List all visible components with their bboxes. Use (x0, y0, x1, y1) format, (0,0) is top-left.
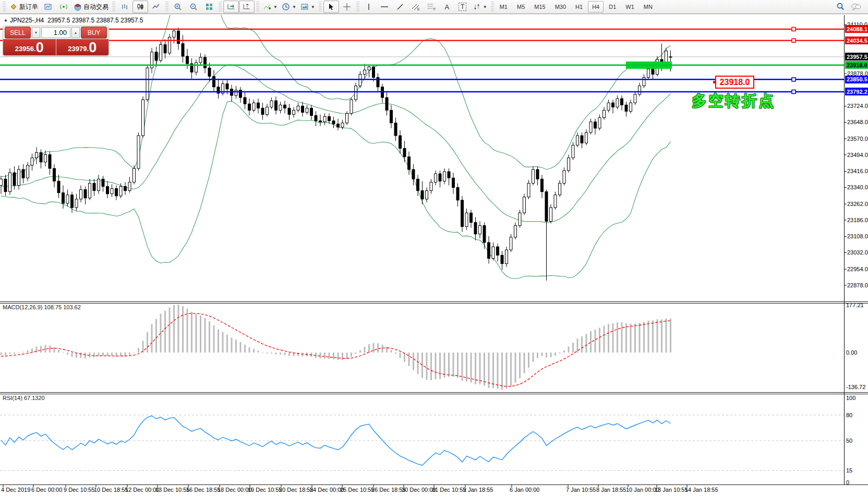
buy-button[interactable]: BUY (81, 27, 107, 39)
date-label: 12 Dec 00:00 (125, 487, 159, 493)
volume-decrease-button[interactable]: ▼ (32, 27, 40, 38)
toolbar-grip[interactable] (256, 2, 259, 12)
tab-timeframe-w1[interactable]: W1 (621, 1, 638, 13)
tab-timeframe-h1[interactable]: H1 (571, 1, 587, 13)
search-button[interactable] (833, 1, 848, 13)
templates-button[interactable]: ▼ (298, 1, 317, 13)
market-watch-button[interactable] (40, 1, 56, 13)
chat-button[interactable] (848, 1, 864, 13)
auto-scroll-button[interactable] (223, 1, 239, 13)
chart-shift-icon (243, 3, 251, 11)
tile-windows-button[interactable] (201, 1, 217, 13)
toolbar-grip[interactable] (219, 2, 222, 12)
crosshair-icon (343, 3, 351, 11)
arrows-button[interactable]: ▼ (471, 1, 489, 13)
chart-shift-button[interactable] (239, 1, 255, 13)
toolbar-grip[interactable] (165, 2, 168, 12)
tab-timeframe-m15[interactable]: M15 (530, 1, 549, 13)
date-label: 13 Jan 10:55 (655, 487, 688, 493)
volume-increase-button[interactable]: ▲ (71, 27, 80, 38)
hline-handle-icon[interactable] (792, 78, 795, 81)
main-pane[interactable] (0, 15, 844, 281)
date-label: 26 Dec 18:55 (371, 487, 405, 493)
crosshair-button[interactable] (339, 1, 355, 13)
price-axis-tick-label: 23570.0 (847, 136, 868, 142)
price-axis-tick-label: 23340.0 (847, 184, 868, 191)
toolbar-grip[interactable] (356, 2, 359, 12)
indicators-button[interactable]: ▼ (261, 1, 280, 13)
market-watch-icon (44, 3, 52, 11)
date-label: 6 Dec 00:00 (31, 487, 62, 493)
autotrading-button[interactable]: 自动交易 (71, 1, 111, 13)
chart-symbol-period: JPN225-,H4 (10, 17, 44, 24)
terminal-window: 新订单 自动交易 (0, 0, 868, 497)
horizontal-line-button[interactable] (377, 1, 392, 13)
candlestick-chart-icon (136, 3, 144, 11)
price-axis-tick-label: 23494.0 (847, 152, 868, 159)
price-axis-tick-label: 23416.0 (847, 168, 868, 175)
vertical-line-icon (365, 3, 372, 11)
price-axis-tick-label: 23262.0 (847, 201, 868, 208)
text-label-icon: T (459, 3, 466, 11)
tile-windows-icon (205, 3, 213, 11)
date-label: 13 Dec 10:55 (155, 487, 189, 493)
price-axis-tick-label: 23186.0 (847, 217, 868, 224)
sell-price[interactable]: 23956.0 (3, 39, 56, 55)
price-axis-tick-label: 23032.0 (847, 249, 868, 256)
search-icon (836, 2, 845, 11)
tab-timeframe-d1[interactable]: D1 (605, 1, 620, 13)
fibonacci-button[interactable]: F (424, 1, 439, 13)
macd-pane[interactable] (1, 305, 672, 390)
line-handle-icon[interactable] (713, 81, 716, 83)
text-button[interactable]: A (439, 1, 455, 13)
rsi-pane[interactable] (0, 415, 844, 471)
volume-input[interactable]: 1.00 (41, 27, 70, 38)
new-order-button[interactable]: 新订单 (7, 1, 40, 13)
hline-handle-icon[interactable] (792, 90, 795, 93)
tab-timeframe-m5[interactable]: M5 (513, 1, 529, 13)
price-line-label-box[interactable]: 23918.0 (715, 76, 754, 89)
dropdown-arrow-icon: ▼ (311, 5, 315, 9)
zoom-in-button[interactable] (170, 1, 186, 13)
rsi-axis-label: 100 (846, 395, 855, 401)
new-order-label: 新订单 (19, 3, 38, 11)
sell-button[interactable]: SELL (5, 27, 31, 39)
line-chart-button[interactable] (148, 1, 164, 13)
price-axis-badge: 23957.5 (845, 53, 868, 60)
dropdown-arrow-icon: ▼ (292, 5, 296, 9)
zoom-out-button[interactable] (186, 1, 201, 13)
toolbar-grip[interactable] (112, 2, 115, 12)
dropdown-arrow-icon: ▼ (273, 5, 278, 9)
cursor-button[interactable] (323, 1, 339, 13)
vertical-line-button[interactable] (361, 1, 377, 13)
equidistant-channel-icon: E (411, 3, 420, 11)
chat-icon (850, 2, 862, 11)
trendline-button[interactable] (392, 1, 408, 13)
annotation-text[interactable]: 多空转折点 (692, 91, 775, 112)
bar-chart-button[interactable] (117, 1, 132, 13)
panel-collapse-icon[interactable]: ▲ (4, 18, 8, 22)
hline-handle-icon[interactable] (792, 27, 795, 31)
toolbar-grip[interactable] (491, 2, 494, 12)
tab-timeframe-mn[interactable]: MN (640, 1, 657, 13)
equidistant-channel-button[interactable]: E (408, 1, 424, 13)
svg-text:E: E (417, 7, 420, 11)
candlestick-chart-button[interactable] (132, 1, 148, 13)
toolbar-grip[interactable] (3, 2, 6, 12)
macd-signal-line (1, 313, 671, 386)
zoom-out-icon (189, 3, 198, 11)
text-label-button[interactable]: T (455, 1, 471, 13)
date-label: 25 Dec 10:55 (340, 487, 374, 493)
price-line-label: 23918.0 (720, 78, 750, 87)
periods-button[interactable]: ▼ (280, 1, 298, 13)
tab-timeframe-m30[interactable]: M30 (551, 1, 570, 13)
hline-handle-icon[interactable] (792, 39, 795, 42)
tab-timeframe-h4[interactable]: H4 (588, 1, 604, 13)
toolbar-grip[interactable] (319, 2, 322, 12)
signals-button[interactable] (56, 1, 71, 13)
tab-timeframe-m1[interactable]: M1 (496, 1, 512, 13)
buy-price[interactable]: 23979.0 (56, 39, 109, 55)
chart-ohlc-values: 23957.5 23987.5 23887.5 23957.5 (47, 17, 143, 24)
new-order-icon (9, 3, 18, 11)
date-label: 19 Dec 10:55 (248, 487, 282, 493)
